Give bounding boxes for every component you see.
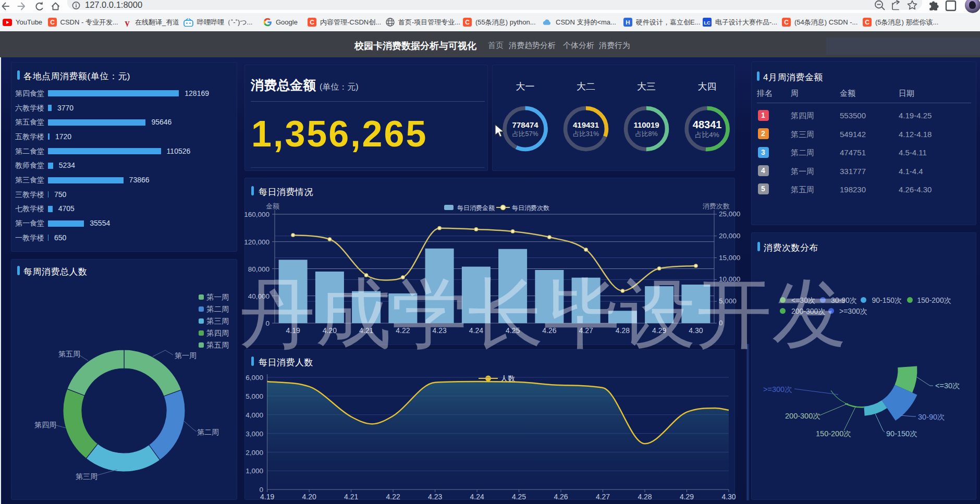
svg-text:C: C	[465, 19, 470, 26]
svg-text:H: H	[626, 19, 630, 26]
svg-text:C: C	[784, 19, 789, 26]
svg-text:C: C	[50, 19, 55, 26]
svg-text:C: C	[865, 19, 869, 26]
svg-text:y: y	[125, 18, 130, 27]
svg-text:LC: LC	[704, 20, 710, 26]
svg-text:C: C	[310, 19, 314, 26]
